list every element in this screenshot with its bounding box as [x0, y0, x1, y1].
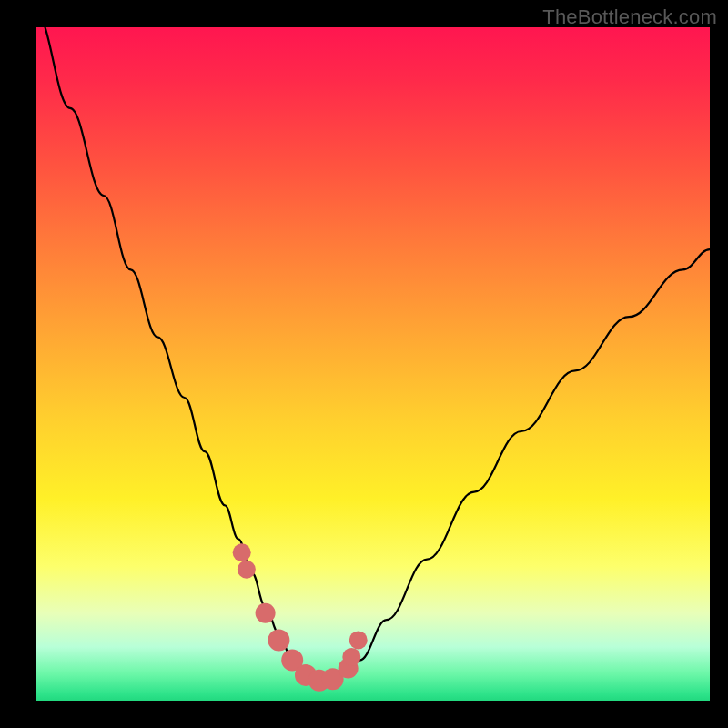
highlight-marker [268, 629, 289, 651]
highlight-marker [256, 603, 276, 623]
chart-plot-area [36, 27, 710, 701]
watermark-text: TheBottleneck.com [542, 5, 717, 29]
bottleneck-curve [36, 27, 710, 681]
highlight-marker [233, 543, 251, 561]
highlight-marker [238, 561, 256, 579]
highlight-marker [349, 631, 368, 649]
highlight-markers [233, 543, 368, 692]
highlight-marker [342, 648, 360, 666]
chart-svg [36, 27, 710, 701]
